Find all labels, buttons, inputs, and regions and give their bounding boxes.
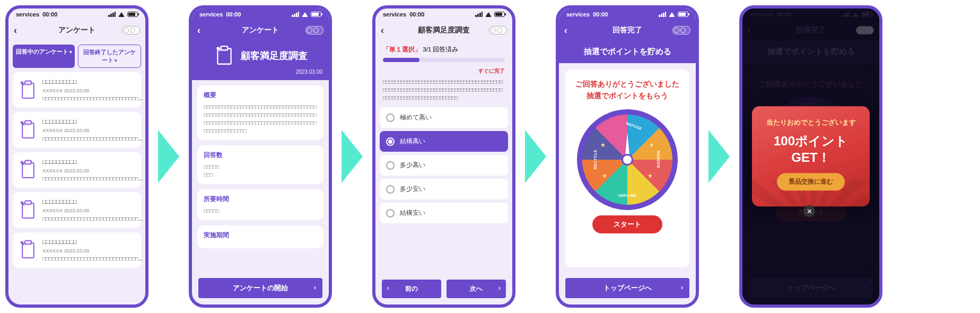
start-survey-button[interactable]: アンケートの開始› (198, 278, 322, 298)
star-icon: ★ (600, 142, 606, 149)
card-description: □□□□□□□□□□□□□□□□□□□□□□□□□□□□□□... (42, 135, 143, 143)
tab-completed[interactable]: 回答終了したアンケート▾ (78, 45, 141, 68)
panel-count: 回答数 □□□□□ □□□ (197, 145, 323, 184)
survey-hero: 顧客満足度調査 2023.03.00 (192, 40, 329, 80)
radio-icon (386, 114, 395, 122)
mini-program-toggle[interactable] (305, 26, 323, 34)
screen-complete: services 00:00 ‹ 回答完了 抽選でポイントを貯める ご回答ありが… (556, 5, 699, 308)
survey-card[interactable]: □□□□□□□□□□XXXXXX 2023.03.00□□□□□□□□□□□□□… (13, 112, 141, 147)
option-label: 結構高い (400, 137, 425, 146)
back-button[interactable]: ‹ (381, 25, 384, 36)
lottery-banner: 抽選でポイントを貯める (559, 40, 696, 63)
flow-arrow-icon (158, 130, 179, 183)
option-label: 結構安い (400, 208, 425, 218)
panel-body: □□□□□ (204, 207, 317, 215)
card-title: □□□□□□□□□□ (42, 117, 143, 126)
svg-rect-11 (221, 46, 228, 50)
clipboard-icon (19, 159, 37, 180)
card-meta: XXXXXX 2023.03.00 (42, 87, 143, 94)
progress-bar (383, 58, 505, 62)
chevron-right-icon: › (498, 284, 501, 292)
status-bar: services 00:00 (559, 8, 696, 20)
option-3[interactable]: 多少安い (380, 179, 508, 199)
svg-rect-9 (25, 241, 31, 245)
navbar: ‹ アンケート (192, 20, 329, 40)
next-button[interactable]: 次へ› (447, 280, 506, 298)
redeem-button[interactable]: 景品交換に進む (777, 173, 845, 191)
status-bar: services 00:00 (375, 8, 512, 20)
panel-body: □□□□□ □□□ (204, 163, 317, 179)
back-button[interactable]: ‹ (14, 25, 17, 36)
screen-question: services 00:00 ‹ 顧客満足度調査 「単１選択」 3/1 回答済み… (372, 5, 515, 308)
radio-icon (386, 185, 395, 194)
panel-label: 実施期間 (204, 231, 317, 240)
lottery-wheel[interactable]: REFUSE REDEEM UNFLING RECYCLE ★ ★ ★ ★ (577, 109, 678, 210)
tab-in-progress[interactable]: 回答中のアンケート▾ (13, 45, 75, 68)
status-carrier-time: services 00:00 (199, 11, 241, 18)
status-carrier-time: services 00:00 (16, 11, 57, 18)
prev-button[interactable]: ‹前の (382, 280, 441, 298)
survey-list[interactable]: □□□□□□□□□□XXXXXX 2023.03.00□□□□□□□□□□□□□… (8, 72, 145, 305)
thanks-message: ご回答ありがとうございました 抽選でポイントをもらう (575, 78, 679, 102)
survey-card[interactable]: □□□□□□□□□□XXXXXX 2023.03.00□□□□□□□□□□□□□… (13, 192, 141, 228)
chevron-right-icon: › (681, 283, 683, 291)
card-title: □□□□□□□□□□ (42, 77, 143, 86)
panel-period: 実施期間 (197, 225, 323, 248)
page-title: 回答完了 (612, 25, 642, 35)
option-0[interactable]: 極めて高い (380, 107, 508, 128)
tab-bar: 回答中のアンケート▾ 回答終了したアンケート▾ (8, 40, 145, 72)
question-text: □□□□□□□□□□□□□□□□□□□□□□□□□□□□□□□□□□□□□□□□… (375, 76, 512, 107)
wifi-icon (302, 12, 308, 17)
card-title: □□□□□□□□□□ (42, 197, 143, 206)
svg-rect-3 (25, 121, 31, 125)
card-description: □□□□□□□□□□□□□□□□□□□□□□□□□□□□□□... (42, 95, 143, 102)
question-type: 「単１選択」 (383, 46, 421, 53)
navbar: ‹ 顧客満足度調査 (375, 20, 512, 40)
to-top-button[interactable]: トップページへ› (565, 278, 689, 298)
back-button[interactable]: ‹ (197, 25, 200, 36)
flow-arrow-icon (525, 130, 546, 183)
wheel-center-icon (622, 154, 633, 166)
chevron-down-icon: ▾ (115, 58, 117, 63)
mini-program-toggle[interactable] (489, 26, 507, 34)
survey-card[interactable]: □□□□□□□□□□XXXXXX 2023.03.00□□□□□□□□□□□□□… (13, 72, 141, 108)
option-2[interactable]: 多少高い (380, 155, 508, 176)
soon-label: すぐに完了 (375, 65, 512, 76)
clipboard-icon (19, 239, 37, 260)
flow-arrow-icon (342, 130, 363, 183)
signal-icon (659, 12, 666, 17)
wheel-segment-label: RECYCLE (593, 150, 597, 169)
radio-icon (386, 209, 395, 218)
clipboard-icon (213, 45, 235, 67)
svg-rect-7 (25, 201, 31, 204)
option-4[interactable]: 結構安い (380, 203, 508, 223)
panel-label: 所要時間 (204, 195, 317, 204)
page-title: アンケート (58, 25, 95, 35)
option-list: 極めて高い結構高い多少高い多少安い結構安い (375, 107, 512, 223)
page-title: 顧客満足度調査 (418, 25, 470, 35)
spin-start-button[interactable]: スタート (592, 215, 662, 233)
card-title: □□□□□□□□□□ (42, 158, 143, 166)
chevron-left-icon: ‹ (387, 284, 389, 292)
question-header: 「単１選択」 3/1 回答済み (375, 40, 512, 65)
chevron-down-icon: ▾ (69, 49, 72, 55)
radio-icon (386, 137, 395, 146)
option-1[interactable]: 結構高い (380, 131, 508, 152)
wheel-segment-label: REFUSE (626, 121, 643, 131)
close-button[interactable]: ✕ (803, 205, 815, 217)
survey-card[interactable]: □□□□□□□□□□XXXXXX 2023.03.00□□□□□□□□□□□□□… (13, 232, 141, 268)
survey-title: 顧客満足度調査 (241, 49, 308, 62)
modal-prize-text: 100ポイント GET！ (759, 133, 862, 166)
wifi-icon (485, 12, 492, 17)
svg-rect-5 (25, 161, 31, 164)
mini-program-toggle[interactable] (672, 26, 690, 34)
wheel-segment-label: REDEEM (657, 151, 660, 168)
card-meta: XXXXXX 2023.03.00 (42, 127, 143, 134)
survey-card[interactable]: □□□□□□□□□□XXXXXX 2023.03.00□□□□□□□□□□□□□… (13, 152, 141, 188)
signal-icon (475, 12, 483, 17)
back-button[interactable]: ‹ (564, 25, 567, 36)
mini-program-toggle[interactable] (122, 26, 140, 34)
panel-label: 概要 (204, 91, 317, 100)
star-icon: ★ (602, 172, 607, 179)
battery-icon (678, 12, 688, 17)
